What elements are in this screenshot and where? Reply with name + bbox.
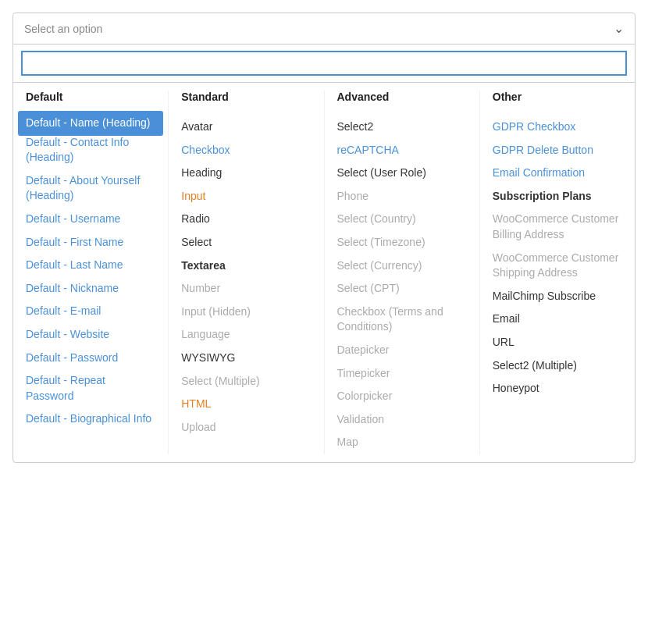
list-item[interactable]: Datepicker	[337, 339, 467, 362]
list-item[interactable]: Timepicker	[337, 362, 467, 386]
list-item[interactable]: Select (Country)	[337, 208, 467, 231]
list-item[interactable]: MailChimp Subscribe	[493, 285, 622, 308]
dropdown-placeholder: Select an option	[24, 23, 102, 35]
list-item[interactable]: Select (Multiple)	[181, 370, 311, 393]
dropdown-container: Select an option ⌄ Default Default - Nam…	[12, 12, 636, 463]
chevron-down-icon: ⌄	[614, 21, 624, 36]
list-item[interactable]: Default - Nickname	[26, 277, 155, 301]
list-item[interactable]: Default - Repeat Password	[26, 369, 155, 407]
list-item[interactable]: Email	[493, 308, 622, 331]
list-item[interactable]: HTML	[181, 393, 311, 416]
search-input[interactable]	[21, 51, 627, 76]
list-item[interactable]: Default - Contact Info (Heading)	[26, 131, 155, 169]
list-item[interactable]: Colorpicker	[337, 385, 467, 408]
list-item[interactable]: Select2 (Multiple)	[493, 354, 622, 378]
list-item[interactable]: Select2	[337, 116, 467, 139]
columns-container: Default Default - Name (Heading)Default …	[13, 83, 635, 462]
list-item[interactable]: Default - Website	[26, 323, 155, 347]
list-item[interactable]: Subscription Plans	[493, 185, 622, 208]
list-item[interactable]: Language	[181, 323, 311, 347]
list-item[interactable]: Select (Currency)	[337, 254, 467, 278]
list-item[interactable]: Textarea	[181, 254, 311, 278]
list-item[interactable]: Checkbox (Terms and Conditions)	[337, 301, 467, 339]
list-item[interactable]: Honeypot	[493, 377, 622, 400]
list-item[interactable]: GDPR Checkbox	[493, 116, 622, 139]
column-standard: Standard AvatarCheckboxHeadingInputRadio…	[169, 91, 324, 454]
column-default: Default Default - Name (Heading)Default …	[13, 91, 169, 454]
column-standard-header: Standard	[181, 91, 311, 106]
list-item[interactable]: Default - First Name	[26, 231, 155, 254]
column-other-header: Other	[493, 91, 622, 106]
list-item[interactable]: reCAPTCHA	[337, 139, 467, 162]
column-advanced-header: Advanced	[337, 91, 467, 106]
list-item[interactable]: URL	[493, 331, 622, 354]
list-item[interactable]: WooCommerce Customer Shipping Address	[493, 247, 622, 285]
list-item[interactable]: Map	[337, 431, 467, 454]
list-item[interactable]: Default - Biographical Info	[26, 407, 155, 431]
list-item[interactable]: Select (Timezone)	[337, 231, 467, 254]
list-item[interactable]: Radio	[181, 208, 311, 231]
advanced-items-list: Select2reCAPTCHASelect (User Role)PhoneS…	[337, 116, 467, 454]
dropdown-header[interactable]: Select an option ⌄	[13, 13, 635, 44]
list-item[interactable]: Number	[181, 277, 311, 301]
other-items-list: GDPR CheckboxGDPR Delete ButtonEmail Con…	[493, 116, 622, 400]
list-item[interactable]: Default - Username	[26, 208, 155, 231]
list-item[interactable]: Default - About Yourself (Heading)	[26, 169, 155, 208]
list-item[interactable]: Default - E-mail	[26, 300, 155, 323]
standard-items-list: AvatarCheckboxHeadingInputRadioSelectTex…	[181, 116, 311, 439]
list-item[interactable]: Select (CPT)	[337, 277, 467, 301]
default-items-list: Default - Name (Heading)Default - Contac…	[26, 111, 155, 431]
list-item[interactable]: Select	[181, 231, 311, 254]
list-item[interactable]: Phone	[337, 185, 467, 208]
column-default-header: Default	[26, 91, 155, 106]
list-item[interactable]: Checkbox	[181, 139, 311, 162]
list-item[interactable]: Select (User Role)	[337, 162, 467, 185]
list-item[interactable]: Heading	[181, 162, 311, 185]
list-item[interactable]: Upload	[181, 416, 311, 439]
search-wrapper	[13, 44, 635, 83]
list-item[interactable]: Input	[181, 185, 311, 208]
list-item[interactable]: Default - Last Name	[26, 254, 155, 277]
list-item[interactable]: Avatar	[181, 116, 311, 139]
list-item[interactable]: Validation	[337, 408, 467, 432]
column-other: Other GDPR CheckboxGDPR Delete ButtonEma…	[480, 91, 635, 454]
list-item[interactable]: WYSIWYG	[181, 347, 311, 370]
list-item[interactable]: WooCommerce Customer Billing Address	[493, 208, 622, 246]
list-item[interactable]: GDPR Delete Button	[493, 139, 622, 162]
list-item[interactable]: Default - Password	[26, 347, 155, 370]
list-item[interactable]: Email Confirmation	[493, 162, 622, 185]
column-advanced: Advanced Select2reCAPTCHASelect (User Ro…	[325, 91, 480, 454]
list-item[interactable]: Input (Hidden)	[181, 301, 311, 324]
